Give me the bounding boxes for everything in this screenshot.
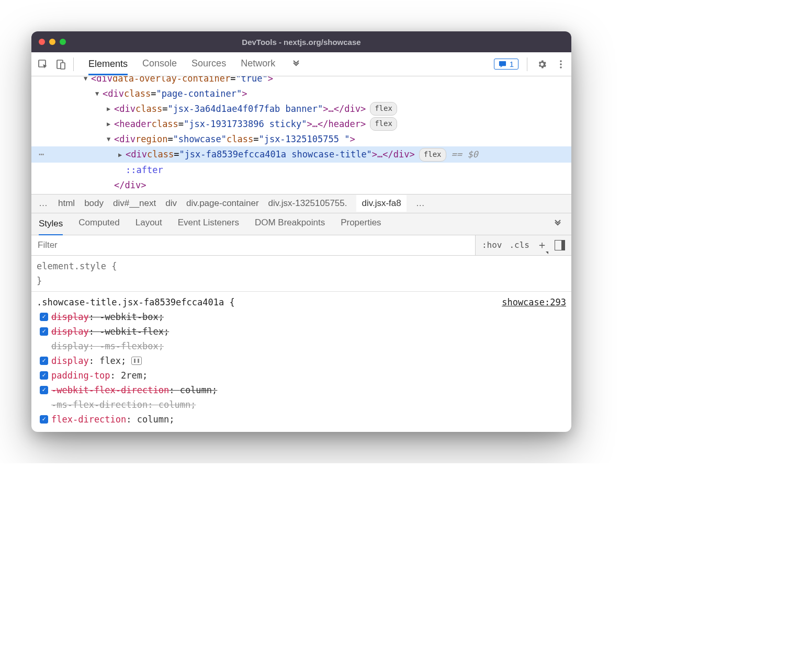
dom-tree[interactable]: ▼ <div data-overlay-container="true"> ▼ … (31, 76, 571, 194)
dom-node[interactable]: ▶ <div class="jsx-3a64d1ae4f0f7fab banne… (31, 101, 571, 117)
tab-layout[interactable]: Layout (136, 218, 162, 230)
maximize-window-button[interactable] (60, 39, 66, 45)
separator (527, 58, 527, 71)
css-declaration[interactable]: ✓flex-direction: column; (37, 412, 566, 427)
declaration-text[interactable]: padding-top: 2rem; (51, 368, 148, 383)
declaration-checkbox[interactable]: ✓ (40, 386, 48, 394)
window-title: DevTools - nextjs.org/showcase (31, 38, 571, 47)
titlebar: DevTools - nextjs.org/showcase (31, 31, 571, 52)
dom-node[interactable]: ▼ <div data-overlay-container="true"> (31, 76, 571, 86)
breadcrumb-overflow-left[interactable]: … (39, 198, 49, 209)
traffic-lights (39, 39, 66, 45)
declaration-text[interactable]: display: flex; (51, 353, 126, 368)
tab-network[interactable]: Network (241, 58, 275, 70)
issues-count: 1 (510, 60, 514, 68)
breadcrumb-overflow-right[interactable]: … (416, 198, 426, 209)
declaration-text[interactable]: -webkit-flex-direction: column; (51, 383, 217, 397)
toggle-hov-button[interactable]: :hov (482, 240, 502, 250)
breadcrumb-item[interactable]: body (84, 198, 104, 209)
dom-node-selected[interactable]: ⋯ ▶ <div class="jsx-fa8539efcca401a show… (31, 146, 571, 163)
panel-tabs: Elements Console Sources Network (88, 58, 491, 71)
declaration-checkbox[interactable]: ✓ (40, 313, 48, 321)
dom-breadcrumb[interactable]: … html body div#__next div div.page-cont… (31, 194, 571, 213)
svg-point-4 (560, 60, 562, 62)
dom-node[interactable]: ▶ <header class="jsx-1931733896 sticky">… (31, 117, 571, 132)
dom-node[interactable]: ▼ <div class="page-container"> (31, 86, 571, 101)
css-declaration[interactable]: ✓-ms-flex-direction: column; (37, 397, 566, 412)
toggle-computed-sidebar-icon[interactable] (555, 240, 565, 250)
toolbar-right: 1 (494, 58, 567, 71)
breadcrumb-item[interactable]: html (58, 198, 75, 209)
rule-source-link[interactable]: showcase:293 (502, 295, 566, 310)
css-declaration[interactable]: ✓display: -webkit-flex; (37, 324, 566, 339)
declaration-text[interactable]: display: -webkit-box; (51, 310, 164, 324)
styles-filter-row: :hov .cls ＋ (31, 235, 571, 256)
breadcrumb-item[interactable]: div.page-container (186, 198, 259, 209)
flex-badge[interactable]: flex (419, 148, 446, 162)
more-styles-tabs-icon[interactable] (551, 218, 564, 230)
dom-node[interactable]: ▼ <div region="showcase" class="jsx-1325… (31, 132, 571, 147)
css-declaration[interactable]: ✓display: -webkit-box; (37, 310, 566, 324)
declaration-text[interactable]: flex-direction: column; (51, 412, 174, 427)
breadcrumb-item[interactable]: div.jsx-1325105755. (268, 198, 347, 209)
tab-properties[interactable]: Properties (341, 218, 381, 230)
separator (73, 58, 74, 71)
close-window-button[interactable] (39, 39, 45, 45)
declaration-checkbox[interactable]: ✓ (40, 371, 48, 380)
declaration-checkbox[interactable]: ✓ (40, 357, 48, 365)
dom-node[interactable]: </div> (31, 178, 571, 193)
tab-dom-breakpoints[interactable]: DOM Breakpoints (255, 218, 325, 230)
tab-styles[interactable]: Styles (39, 219, 63, 236)
flex-editor-icon[interactable] (131, 357, 142, 365)
toggle-cls-button[interactable]: .cls (509, 240, 529, 250)
styles-tabs: Styles Computed Layout Event Listeners D… (31, 213, 571, 235)
css-declaration[interactable]: ✓display: flex; (37, 353, 566, 368)
tab-console[interactable]: Console (142, 58, 177, 70)
rule-selector[interactable]: .showcase-title.jsx-fa8539efcca401a { sh… (37, 295, 566, 310)
main-toolbar: Elements Console Sources Network 1 (31, 52, 571, 76)
svg-point-6 (560, 66, 562, 68)
svg-rect-3 (499, 61, 506, 66)
flex-badge[interactable]: flex (370, 102, 397, 116)
css-declaration[interactable]: ✓padding-top: 2rem; (37, 368, 566, 383)
minimize-window-button[interactable] (49, 39, 55, 45)
breadcrumb-item[interactable]: div#__next (113, 198, 156, 209)
rule-separator (31, 291, 571, 292)
declaration-checkbox[interactable]: ✓ (40, 327, 48, 336)
styles-body[interactable]: element.style { } .showcase-title.jsx-fa… (31, 256, 571, 432)
selected-eq0: == $0 (452, 147, 478, 162)
breadcrumb-item-active[interactable]: div.jsx-fa8 (356, 195, 406, 212)
declaration-checkbox[interactable]: ✓ (40, 415, 48, 424)
tab-elements[interactable]: Elements (88, 59, 128, 75)
tab-event-listeners[interactable]: Event Listeners (178, 218, 239, 230)
flex-badge[interactable]: flex (370, 117, 397, 131)
device-toolbar-icon[interactable] (53, 57, 68, 72)
css-declaration[interactable]: ✓-webkit-flex-direction: column; (37, 383, 566, 397)
styles-filter-input[interactable] (31, 235, 475, 255)
declaration-text[interactable]: display: -webkit-flex; (51, 324, 169, 339)
declaration-text[interactable]: -ms-flex-direction: column; (51, 397, 196, 412)
dom-node[interactable]: ::after (31, 163, 571, 178)
styles-filter-controls: :hov .cls ＋ (475, 235, 571, 255)
more-tabs-chevron-icon[interactable] (290, 58, 302, 71)
breadcrumb-item[interactable]: div (165, 198, 177, 209)
element-style-close: } (37, 273, 566, 288)
inspect-element-icon[interactable] (36, 57, 50, 72)
new-style-rule-button[interactable]: ＋ (537, 238, 547, 252)
svg-rect-2 (61, 63, 65, 69)
issues-badge[interactable]: 1 (494, 59, 518, 70)
tab-computed[interactable]: Computed (78, 218, 119, 230)
element-style-open[interactable]: element.style { (37, 259, 566, 273)
svg-point-5 (560, 63, 562, 65)
devtools-window: DevTools - nextjs.org/showcase Elements … (31, 31, 571, 432)
kebab-menu-icon[interactable] (555, 58, 567, 71)
css-declaration[interactable]: ✓display: -ms-flexbox; (37, 339, 566, 353)
settings-gear-icon[interactable] (536, 58, 548, 71)
row-actions-icon[interactable]: ⋯ (31, 146, 52, 163)
declaration-text[interactable]: display: -ms-flexbox; (51, 339, 164, 353)
tab-sources[interactable]: Sources (191, 58, 226, 70)
